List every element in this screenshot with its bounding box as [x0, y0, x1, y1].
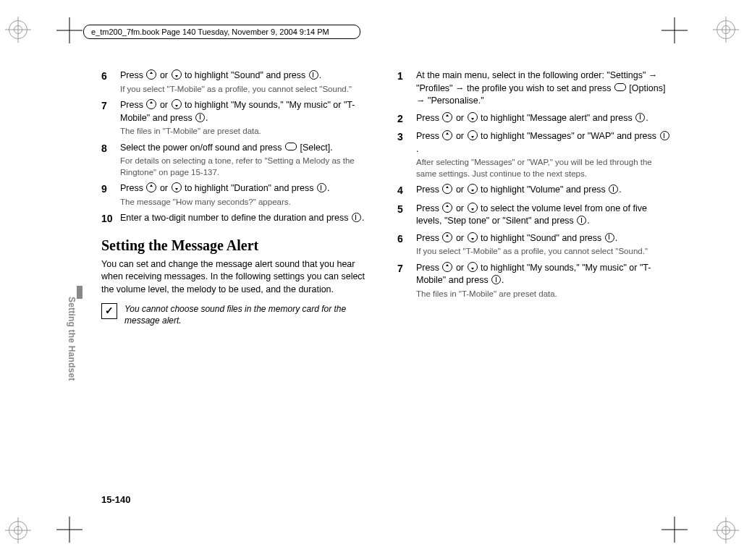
step-body: Press or to highlight "Duration" and pre…	[120, 182, 376, 208]
step-text: Enter a two-digit number to define the d…	[120, 213, 351, 223]
step-text: Select the power on/off sound and press	[120, 143, 284, 153]
step-text: .	[319, 70, 321, 80]
step-text: to highlight "Duration" and press	[182, 183, 316, 193]
step-item: 8 Select the power on/off sound and pres…	[101, 142, 376, 179]
page-number: 15-140	[101, 494, 130, 505]
step-text: .	[416, 144, 418, 154]
step-text: or	[453, 203, 466, 213]
step-number: 3	[397, 130, 416, 179]
step-body: Select the power on/off sound and press …	[120, 142, 376, 179]
section-intro: You can set and change the message alert…	[101, 258, 376, 297]
step-note: The files in "T-Mobile" are preset data.	[416, 289, 672, 300]
softkey-icon	[614, 83, 626, 91]
step-text: or	[453, 184, 466, 195]
step-item: 1 At the main menu, select in the follow…	[397, 69, 672, 108]
section-marker	[77, 286, 83, 299]
step-text: or	[157, 100, 170, 110]
up-key-icon	[442, 130, 452, 140]
step-item: 9 Press or to highlight "Duration" and p…	[101, 182, 376, 208]
step-text: or	[157, 183, 170, 193]
up-key-icon	[146, 99, 156, 109]
step-body: Press or to highlight "Sound" and press …	[120, 69, 376, 95]
up-key-icon	[442, 203, 452, 213]
step-text: Press	[416, 131, 441, 141]
step-item: 3 Press or to highlight "Messages" or "W…	[397, 130, 672, 179]
down-key-icon	[468, 262, 478, 272]
step-note: The files in "T-Mobile" are preset data.	[120, 126, 376, 137]
step-body: Press or to highlight "Message alert" an…	[416, 112, 672, 127]
center-key-icon	[352, 213, 361, 222]
registration-mark-icon	[9, 521, 28, 540]
down-key-icon	[468, 232, 478, 242]
step-text: Press	[120, 70, 145, 80]
step-note: After selecting "Messages" or "WAP," you…	[416, 157, 672, 179]
step-text: .	[587, 216, 589, 226]
section-heading: Setting the Message Alert	[101, 235, 376, 255]
center-key-icon	[577, 216, 586, 225]
down-key-icon	[172, 99, 182, 109]
left-column: 6 Press or to highlight "Sound" and pres…	[101, 65, 376, 509]
center-key-icon	[195, 113, 205, 122]
step-text: to highlight "Volume" and press	[478, 184, 609, 195]
step-item: 5 Press or to select the volume level fr…	[397, 203, 672, 228]
step-body: Press or to highlight "My sounds," "My m…	[416, 262, 672, 300]
step-text: or	[453, 233, 466, 243]
crop-mark-icon	[661, 17, 688, 43]
step-body: Press or to highlight "My sounds," "My m…	[120, 99, 376, 137]
step-number: 1	[397, 69, 416, 108]
up-key-icon	[442, 262, 452, 272]
step-item: 2 Press or to highlight "Message alert" …	[397, 112, 672, 127]
down-key-icon	[468, 112, 478, 122]
step-item: 7 Press or to highlight "My sounds," "My…	[397, 262, 672, 300]
registration-mark-icon	[716, 20, 735, 39]
step-note: The message "How many seconds?" appears.	[120, 197, 376, 208]
right-column: 1 At the main menu, select in the follow…	[397, 65, 672, 509]
step-text: .	[362, 213, 364, 223]
page-content: 6 Press or to highlight "Sound" and pres…	[101, 65, 672, 509]
step-body: At the main menu, select in the followin…	[416, 69, 672, 108]
center-key-icon	[635, 113, 645, 122]
step-text: .	[206, 113, 208, 123]
up-key-icon	[442, 184, 452, 194]
step-text: Press	[416, 113, 441, 123]
up-key-icon	[146, 69, 156, 80]
step-item: 6 Press or to highlight "Sound" and pres…	[397, 232, 672, 258]
step-text: to highlight "Messages" or "WAP" and pre…	[478, 131, 659, 141]
center-key-icon	[605, 233, 614, 242]
check-icon: ✓	[101, 303, 117, 319]
step-note: For details on selecting a tone, refer t…	[120, 156, 376, 178]
center-key-icon	[491, 275, 501, 284]
down-key-icon	[468, 130, 478, 140]
step-item: 4 Press or to highlight "Volume" and pre…	[397, 184, 672, 198]
step-number: 10	[101, 212, 120, 226]
step-note: If you select "T-Mobile" as a profile, y…	[120, 84, 376, 96]
step-note: If you select "T-Mobile" as a profile, y…	[416, 246, 672, 258]
step-text: Press	[416, 203, 441, 213]
step-item: 10 Enter a two-digit number to define th…	[101, 212, 376, 226]
step-text: .	[646, 113, 648, 123]
crop-mark-icon	[56, 517, 83, 543]
registration-mark-icon	[716, 521, 735, 540]
step-number: 6	[101, 69, 120, 95]
step-text: to highlight "Sound" and press	[182, 70, 308, 80]
step-number: 2	[397, 112, 416, 127]
step-body: Enter a two-digit number to define the d…	[120, 212, 376, 226]
step-number: 7	[397, 262, 416, 300]
step-number: 5	[397, 203, 416, 228]
step-text: Press	[416, 184, 441, 195]
step-text: or	[453, 113, 466, 123]
step-text: or	[453, 131, 466, 141]
step-number: 6	[397, 232, 416, 258]
up-key-icon	[442, 112, 452, 122]
section-tab-label: Setting the Handset	[67, 297, 77, 381]
step-body: Press or to highlight "Messages" or "WAP…	[416, 130, 672, 179]
up-key-icon	[442, 232, 452, 242]
step-number: 4	[397, 184, 416, 198]
step-body: Press or to highlight "Volume" and press…	[416, 184, 672, 198]
down-key-icon	[468, 184, 478, 194]
step-text: .	[619, 184, 621, 195]
center-key-icon	[660, 131, 669, 140]
step-text: Press	[416, 263, 441, 273]
tip-text: You cannot choose sound files in the mem…	[124, 303, 376, 326]
step-body: Press or to select the volume level from…	[416, 203, 672, 228]
